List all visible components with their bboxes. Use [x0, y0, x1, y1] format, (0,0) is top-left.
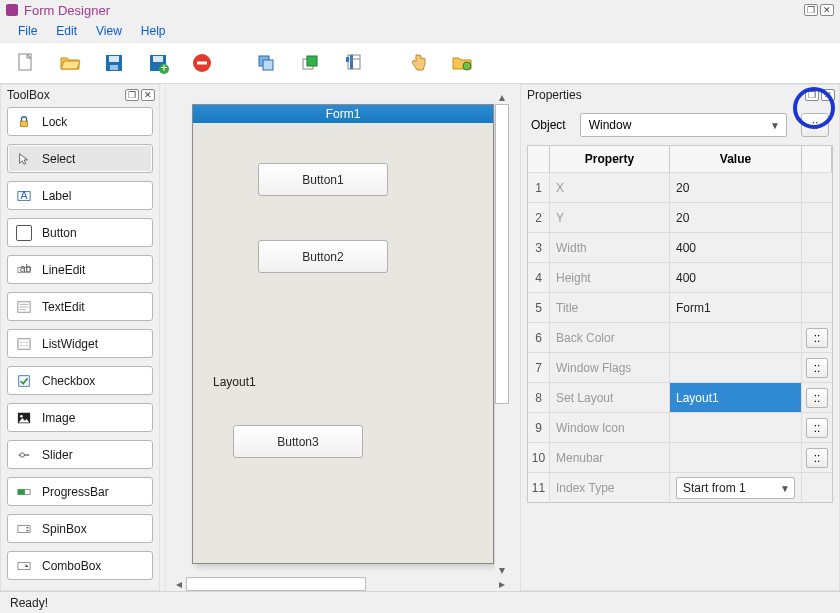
property-value-cell[interactable]: Layout1 — [670, 383, 802, 412]
row-number: 7 — [528, 353, 550, 382]
property-value-combo[interactable]: Start from 1▼ — [676, 477, 795, 499]
tool-slider[interactable]: Slider — [7, 440, 153, 469]
project-folder-icon[interactable] — [446, 47, 478, 79]
property-value-cell[interactable]: 400 — [670, 263, 802, 292]
property-value-cell[interactable]: 400 — [670, 233, 802, 262]
vertical-scroll-thumb[interactable] — [495, 104, 509, 404]
property-value-cell[interactable] — [670, 443, 802, 472]
property-value-cell[interactable]: 20 — [670, 173, 802, 202]
object-selector[interactable]: Window ▼ — [580, 113, 787, 137]
window-close-button[interactable]: ✕ — [820, 4, 834, 16]
property-value-cell[interactable] — [670, 323, 802, 352]
property-row[interactable]: 5TitleForm1 — [528, 292, 832, 322]
property-row[interactable]: 8Set LayoutLayout1:: — [528, 382, 832, 412]
property-value-cell[interactable]: Form1 — [670, 293, 802, 322]
property-row[interactable]: 2Y20 — [528, 202, 832, 232]
svg-text:+: + — [160, 61, 167, 75]
row-number: 5 — [528, 293, 550, 322]
row-number: 8 — [528, 383, 550, 412]
tool-progressbar-icon — [16, 484, 32, 500]
tool-combobox[interactable]: ComboBox — [7, 551, 153, 580]
designer-form[interactable]: Form1 Button1 Button2 Layout1 Button3 — [192, 104, 494, 564]
property-row[interactable]: 11Index TypeStart from 1▼ — [528, 472, 832, 502]
properties-close-button[interactable]: ✕ — [821, 89, 835, 101]
tool-lock-icon — [16, 114, 32, 130]
bring-front-icon[interactable] — [294, 47, 326, 79]
tool-lock[interactable]: Lock — [7, 107, 153, 136]
new-file-icon[interactable] — [10, 47, 42, 79]
toolbox-header: ToolBox ❐ ✕ — [1, 85, 159, 105]
hand-cursor-icon[interactable] — [402, 47, 434, 79]
window-restore-button[interactable]: ❐ — [804, 4, 818, 16]
scroll-down-icon[interactable]: ▾ — [495, 563, 509, 577]
menu-help[interactable]: Help — [133, 22, 174, 40]
horizontal-scroll-thumb[interactable] — [186, 577, 366, 591]
property-more-button[interactable]: :: — [806, 418, 828, 438]
property-name: Menubar — [550, 443, 670, 472]
tool-button[interactable]: Button — [7, 218, 153, 247]
property-name: X — [550, 173, 670, 202]
property-value-cell[interactable] — [670, 353, 802, 382]
property-row[interactable]: 3Width400 — [528, 232, 832, 262]
toolbox-float-button[interactable]: ❐ — [125, 89, 139, 101]
tool-item-label: Image — [42, 411, 75, 425]
tool-checkbox[interactable]: Checkbox — [7, 366, 153, 395]
property-value-cell[interactable] — [670, 413, 802, 442]
toolbox-list[interactable]: LockSelectALabelButtonabLineEditTextEdit… — [1, 105, 159, 590]
save-as-icon[interactable]: + — [142, 47, 174, 79]
tool-lineedit[interactable]: abLineEdit — [7, 255, 153, 284]
tool-lineedit-icon: ab — [16, 262, 32, 278]
tool-image[interactable]: Image — [7, 403, 153, 432]
menu-view[interactable]: View — [88, 22, 130, 40]
property-value-cell[interactable]: Start from 1▼ — [670, 473, 802, 502]
property-row[interactable]: 6Back Color:: — [528, 322, 832, 352]
tool-label[interactable]: ALabel — [7, 181, 153, 210]
send-back-icon[interactable] — [338, 47, 370, 79]
properties-float-button[interactable]: ❐ — [805, 89, 819, 101]
object-more-button[interactable]: :: — [801, 113, 829, 137]
toolbox-close-button[interactable]: ✕ — [141, 89, 155, 101]
save-icon[interactable] — [98, 47, 130, 79]
chevron-down-icon: ▼ — [780, 482, 790, 493]
vertical-scrollbar[interactable]: ▴ ▾ — [495, 90, 509, 577]
property-value: 400 — [676, 271, 696, 285]
canvas-scroll[interactable]: Form1 Button1 Button2 Layout1 Button3 ▴ … — [172, 90, 509, 577]
scroll-right-icon[interactable]: ▸ — [495, 577, 509, 591]
property-row[interactable]: 7Window Flags:: — [528, 352, 832, 382]
delete-icon[interactable] — [186, 47, 218, 79]
toolbar: + — [0, 42, 840, 84]
property-row[interactable]: 1X20 — [528, 172, 832, 202]
tool-spinbox[interactable]: SpinBox — [7, 514, 153, 543]
property-ext-cell — [802, 203, 832, 232]
svg-rect-4 — [110, 65, 118, 70]
open-folder-icon[interactable] — [54, 47, 86, 79]
horizontal-scrollbar[interactable]: ◂ ▸ — [172, 577, 509, 591]
app-root: Form Designer ❐ ✕ File Edit View Help + … — [0, 0, 840, 613]
form-layout-label[interactable]: Layout1 — [213, 375, 256, 389]
properties-grid-header: Property Value — [528, 145, 832, 172]
menu-file[interactable]: File — [10, 22, 45, 40]
property-more-button[interactable]: :: — [806, 448, 828, 468]
property-row[interactable]: 9Window Icon:: — [528, 412, 832, 442]
svg-rect-31 — [19, 375, 30, 386]
form-button2[interactable]: Button2 — [258, 240, 388, 273]
form-button3[interactable]: Button3 — [233, 425, 363, 458]
property-row[interactable]: 10Menubar:: — [528, 442, 832, 472]
form-button1[interactable]: Button1 — [258, 163, 388, 196]
scroll-up-icon[interactable]: ▴ — [495, 90, 509, 104]
tool-textedit[interactable]: TextEdit — [7, 292, 153, 321]
duplicate-icon[interactable] — [250, 47, 282, 79]
menu-edit[interactable]: Edit — [48, 22, 85, 40]
tool-progressbar[interactable]: ProgressBar — [7, 477, 153, 506]
tool-listwidget-icon — [16, 336, 32, 352]
property-value-cell[interactable]: 20 — [670, 203, 802, 232]
property-more-button[interactable]: :: — [806, 328, 828, 348]
tool-select[interactable]: Select — [7, 144, 153, 173]
scroll-left-icon[interactable]: ◂ — [172, 577, 186, 591]
property-more-button[interactable]: :: — [806, 358, 828, 378]
form-body[interactable]: Button1 Button2 Layout1 Button3 — [193, 123, 493, 563]
property-more-button[interactable]: :: — [806, 388, 828, 408]
row-number: 3 — [528, 233, 550, 262]
tool-listwidget[interactable]: ListWidget — [7, 329, 153, 358]
property-row[interactable]: 4Height400 — [528, 262, 832, 292]
